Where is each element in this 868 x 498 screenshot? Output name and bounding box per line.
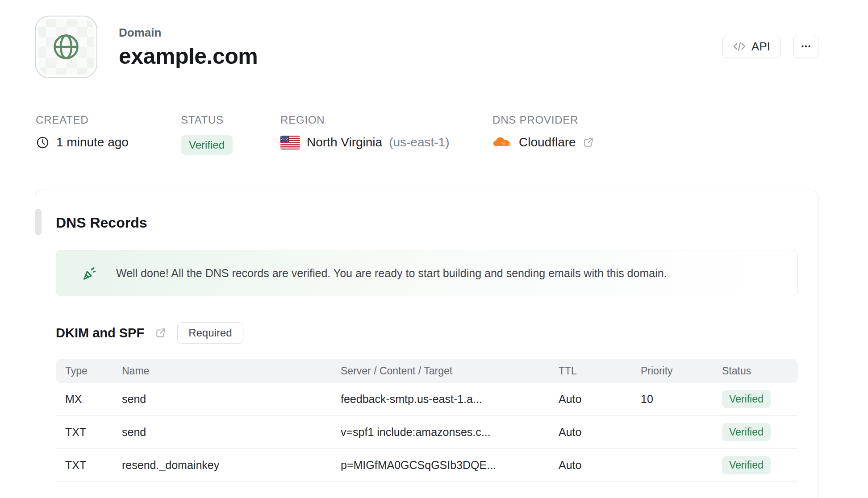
required-badge: Required <box>177 322 243 344</box>
table-body: MX send feedback-smtp.us-east-1.a... Aut… <box>56 383 798 482</box>
dns-provider-label: DNS PROVIDER <box>492 114 594 126</box>
cell-type: TXT <box>65 459 122 472</box>
dkim-spf-title: DKIM and SPF <box>56 326 144 340</box>
cell-type: MX <box>65 393 122 406</box>
dns-table: Type Name Server / Content / Target TTL … <box>56 359 798 482</box>
created-value: 1 minute ago <box>56 135 129 149</box>
col-name: Name <box>122 365 341 377</box>
region-code: (us-east-1) <box>389 135 449 149</box>
table-row[interactable]: MX send feedback-smtp.us-east-1.a... Aut… <box>56 383 798 416</box>
status-badge: Verified <box>181 135 233 155</box>
party-popper-icon <box>81 265 98 282</box>
ellipsis-icon <box>800 41 812 52</box>
status-badge: Verified <box>722 423 771 441</box>
domain-avatar <box>35 16 97 78</box>
status-badge: Verified <box>722 456 771 474</box>
banner-message: Well done! All the DNS records are verif… <box>116 267 667 280</box>
us-flag-icon <box>280 136 300 149</box>
domain-detail-page: Domain example.com API CREATED <box>0 0 868 498</box>
cell-status: Verified <box>722 423 798 441</box>
col-priority: Priority <box>641 365 722 377</box>
more-options-button[interactable] <box>793 35 818 58</box>
dns-provider-value: Cloudflare <box>519 135 576 149</box>
table-row[interactable]: TXT resend._domainkey p=MIGfMA0GCSqGSIb3… <box>56 449 798 482</box>
cell-status: Verified <box>722 456 798 474</box>
cloudflare-icon <box>492 136 512 149</box>
cell-priority: 10 <box>641 393 722 406</box>
success-banner: Well done! All the DNS records are verif… <box>56 250 798 296</box>
cell-ttl: Auto <box>559 459 641 472</box>
status-label: STATUS <box>181 114 233 126</box>
cell-content: v=spf1 include:amazonses.c... <box>341 426 559 439</box>
cell-content: feedback-smtp.us-east-1.a... <box>341 393 559 406</box>
dns-records-title: DNS Records <box>56 215 798 231</box>
cell-name: send <box>122 393 341 406</box>
clock-icon <box>36 136 50 149</box>
table-row[interactable]: TXT send v=spf1 include:amazonses.c... A… <box>56 416 798 449</box>
col-status: Status <box>722 365 798 377</box>
code-icon <box>733 40 746 53</box>
external-link-icon[interactable] <box>583 137 594 148</box>
cell-status: Verified <box>722 390 798 408</box>
cell-name: send <box>122 426 341 439</box>
page-subtitle: Domain <box>119 26 258 40</box>
cell-ttl: Auto <box>559 393 641 406</box>
dns-records-card: DNS Records Well done! All the DNS recor… <box>35 190 818 498</box>
status-badge: Verified <box>722 390 771 408</box>
scroll-indicator[interactable] <box>35 209 42 235</box>
cell-ttl: Auto <box>559 426 641 439</box>
created-label: CREATED <box>36 114 129 126</box>
region-name: North Virginia <box>307 135 382 149</box>
col-ttl: TTL <box>559 365 641 377</box>
api-button[interactable]: API <box>722 35 780 58</box>
page-title: example.com <box>119 43 258 69</box>
cell-content: p=MIGfMA0GCSqGSIb3DQE... <box>341 459 559 472</box>
api-button-label: API <box>751 40 770 54</box>
globe-icon <box>51 32 81 62</box>
cell-type: TXT <box>65 426 122 439</box>
col-type: Type <box>65 365 122 377</box>
external-link-icon[interactable] <box>155 327 167 339</box>
col-content: Server / Content / Target <box>341 365 559 377</box>
cell-name: resend._domainkey <box>122 459 341 472</box>
region-label: REGION <box>280 114 450 126</box>
table-header-row: Type Name Server / Content / Target TTL … <box>56 359 798 383</box>
